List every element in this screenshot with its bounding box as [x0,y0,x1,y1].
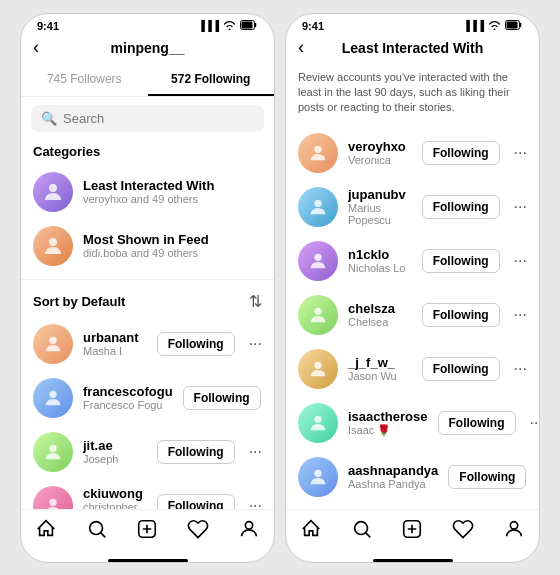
user-item-3: jit.ae Joseph Following ··· [21,425,274,479]
user-avatar-4 [33,486,73,509]
bottom-nav-right [286,509,539,557]
right-more-dots-1[interactable]: ··· [514,144,527,162]
svg-point-19 [314,469,321,476]
user-avatar-3 [33,432,73,472]
user-info-1: urbanant Masha I [83,330,147,357]
right-user-item-5: _j_f_w_ Jason Wu Following ··· [286,342,539,396]
time-left: 9:41 [37,20,59,32]
right-follow-btn-3[interactable]: Following [422,249,500,273]
status-icons-left: ▐▐▐ [198,20,258,32]
svg-rect-1 [242,21,253,28]
svg-point-4 [49,336,56,343]
svg-point-23 [510,521,517,528]
category-avatar-2 [33,226,73,266]
user-item-2: francescofogu Francesco Fogu Following ·… [21,371,274,425]
status-bar-right: 9:41 ▐▐▐ [286,14,539,36]
more-dots-4[interactable]: ··· [249,497,262,509]
right-user-info-2: jupanubv Marius Popescu [348,187,412,226]
nav-search-left[interactable] [86,518,108,545]
search-icon: 🔍 [41,111,57,126]
more-dots-3[interactable]: ··· [249,443,262,461]
tab-followers[interactable]: 745 Followers [21,64,148,96]
right-more-dots-3[interactable]: ··· [514,252,527,270]
sort-icon[interactable]: ⇅ [249,292,262,311]
divider-1 [21,279,274,280]
categories-title: Categories [21,140,274,165]
tab-following[interactable]: 572 Following [148,64,275,96]
sort-label: Sort by Default [33,294,125,309]
right-follow-btn-4[interactable]: Following [422,303,500,327]
svg-point-16 [314,307,321,314]
follow-btn-1[interactable]: Following [157,332,235,356]
nav-heart-right[interactable] [452,518,474,545]
time-right: 9:41 [302,20,324,32]
right-follow-btn-2[interactable]: Following [422,195,500,219]
more-dots-1[interactable]: ··· [249,335,262,353]
right-user-avatar-7 [298,457,338,497]
right-user-avatar-4 [298,295,338,335]
category-least-interacted[interactable]: Least Interacted With veroyhxo and 49 ot… [21,165,274,219]
user-item-4: ckiuwong christopher wong Following ··· [21,479,274,509]
wifi-icon-right [488,20,501,32]
sort-row[interactable]: Sort by Default ⇅ [21,286,274,317]
battery-icon [240,20,258,32]
user-info-3: jit.ae Joseph [83,438,147,465]
bottom-nav-left [21,509,274,557]
back-button-left[interactable]: ‹ [33,37,39,58]
right-more-dots-5[interactable]: ··· [514,360,527,378]
right-follow-btn-1[interactable]: Following [422,141,500,165]
right-user-info-5: _j_f_w_ Jason Wu [348,355,412,382]
svg-point-5 [49,390,56,397]
search-input[interactable] [63,111,254,126]
left-scroll-area: Categories Least Interacted With veroyhx… [21,140,274,509]
follow-btn-4[interactable]: Following [157,494,235,509]
right-user-avatar-6 [298,403,338,443]
nav-header-right: ‹ Least Interacted With [286,36,539,64]
nav-add-left[interactable] [136,518,158,545]
right-follow-btn-7[interactable]: Following [448,465,526,489]
follow-btn-3[interactable]: Following [157,440,235,464]
right-user-info-1: veroyhxo Veronica [348,139,412,166]
svg-point-10 [245,521,252,528]
right-user-avatar-5 [298,349,338,389]
user-info-2: francescofogu Francesco Fogu [83,384,173,411]
svg-rect-12 [507,21,518,28]
nav-profile-right[interactable] [503,518,525,545]
user-avatar-1 [33,324,73,364]
user-item-1: urbanant Masha I Following ··· [21,317,274,371]
right-more-dots-6[interactable]: ··· [530,414,540,432]
nav-home-left[interactable] [35,518,57,545]
svg-point-6 [49,444,56,451]
status-bar-left: 9:41 ▐▐▐ [21,14,274,36]
follow-btn-2[interactable]: Following [183,386,261,410]
right-more-dots-4[interactable]: ··· [514,306,527,324]
search-bar[interactable]: 🔍 [31,105,264,132]
right-follow-btn-5[interactable]: Following [422,357,500,381]
right-user-info-7: aashnapandya Aashna Pandya [348,463,438,490]
user-info-4: ckiuwong christopher wong [83,486,147,509]
right-scroll-area: veroyhxo Veronica Following ··· jupanubv… [286,126,539,509]
category-avatar-1 [33,172,73,212]
left-phone: 9:41 ▐▐▐ [20,13,275,563]
svg-point-13 [314,145,321,152]
nav-search-right[interactable] [351,518,373,545]
nav-home-right[interactable] [300,518,322,545]
right-user-avatar-2 [298,187,338,227]
back-button-right[interactable]: ‹ [298,37,304,58]
signal-icon: ▐▐▐ [198,20,219,31]
right-user-avatar-1 [298,133,338,173]
right-follow-btn-6[interactable]: Following [438,411,516,435]
svg-point-15 [314,253,321,260]
description-text: Review accounts you've interacted with t… [286,64,539,126]
nav-profile-left[interactable] [238,518,260,545]
category-most-shown[interactable]: Most Shown in Feed didi.boba and 49 othe… [21,219,274,273]
right-user-info-4: chelsza Chelsea [348,301,412,328]
nav-add-right[interactable] [401,518,423,545]
home-indicator-right [373,559,453,562]
svg-point-18 [314,415,321,422]
svg-point-7 [49,498,56,505]
svg-point-14 [314,199,321,206]
right-user-item-6: isaactherose Isaac 🌹 Following ··· [286,396,539,450]
right-more-dots-2[interactable]: ··· [514,198,527,216]
nav-heart-left[interactable] [187,518,209,545]
